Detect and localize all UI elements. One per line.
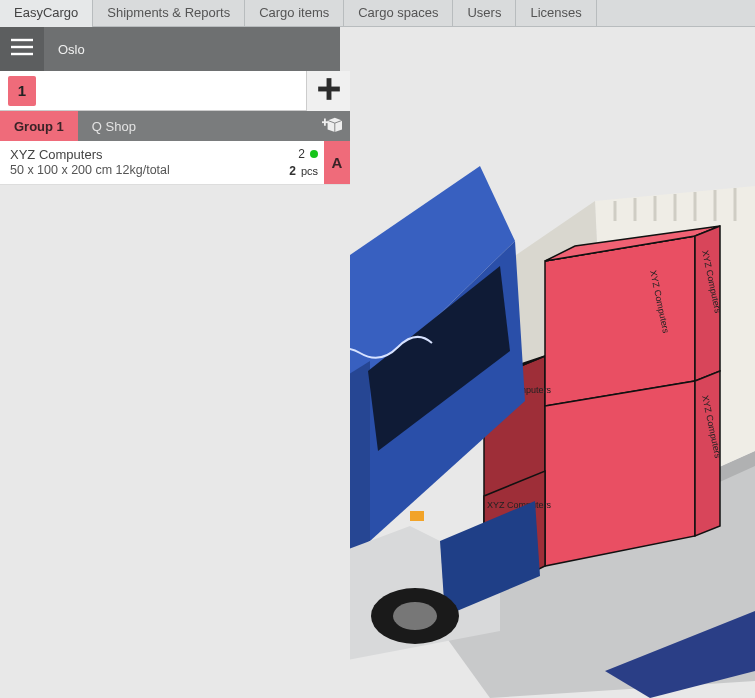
nav-shipments[interactable]: Shipments & Reports <box>93 0 245 27</box>
scene-svg: easycargo XYZ Computers <box>350 71 755 698</box>
nav-cargo-items[interactable]: Cargo items <box>245 0 344 27</box>
hamburger-icon <box>11 38 33 60</box>
add-version-button[interactable] <box>306 71 350 111</box>
cargo-item-row[interactable]: XYZ Computers 50 x 100 x 200 cm 12kg/tot… <box>0 141 350 185</box>
cargo-item-color-tag[interactable]: A <box>324 141 350 184</box>
cargo-item-dims: 50 x 100 x 200 cm 12kg/total <box>10 163 258 177</box>
viewport-3d[interactable]: easycargo XYZ Computers <box>350 71 755 698</box>
status-dot-icon <box>310 150 318 158</box>
plus-icon <box>316 76 342 106</box>
svg-marker-29 <box>545 381 695 566</box>
sidebar: 1 Group 1 Q Shop <box>0 71 350 698</box>
group-tab-2[interactable]: Q Shop <box>78 111 150 141</box>
cargo-item-count-loaded: 2 <box>298 147 305 161</box>
toolbar: Oslo <box>0 27 340 71</box>
version-row: 1 <box>0 71 350 111</box>
cargo-item-title: XYZ Computers <box>10 147 258 162</box>
box-plus-icon <box>322 115 344 137</box>
svg-point-40 <box>393 602 437 630</box>
menu-button[interactable] <box>0 27 44 71</box>
add-cargo-button[interactable] <box>316 111 350 141</box>
nav-cargo-spaces[interactable]: Cargo spaces <box>344 0 453 27</box>
nav-brand[interactable]: EasyCargo <box>0 0 93 27</box>
cargo-item-count-total: 2 <box>289 164 296 178</box>
shipment-title: Oslo <box>58 42 85 57</box>
cargo-item-count-unit: pcs <box>301 165 318 177</box>
svg-marker-26 <box>545 236 695 406</box>
nav-users[interactable]: Users <box>453 0 516 27</box>
group-tabs: Group 1 Q Shop <box>0 111 350 141</box>
cargo-item-counts: 2 2 pcs <box>268 141 324 184</box>
version-badge[interactable]: 1 <box>8 76 36 106</box>
top-nav: EasyCargo Shipments & Reports Cargo item… <box>0 0 755 27</box>
svg-rect-41 <box>410 511 424 521</box>
nav-licenses[interactable]: Licenses <box>516 0 596 27</box>
group-tab-1[interactable]: Group 1 <box>0 111 78 141</box>
